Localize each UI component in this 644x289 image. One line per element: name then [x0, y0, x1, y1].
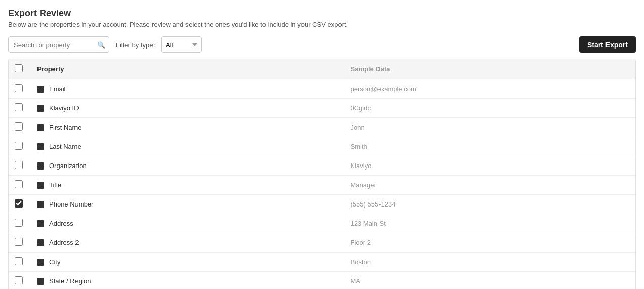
property-name: City	[49, 258, 60, 266]
filter-type-select[interactable]: All String Number Boolean Date	[161, 36, 202, 53]
row-checkbox[interactable]	[15, 199, 23, 208]
property-type-icon	[37, 162, 44, 170]
property-name: State / Region	[49, 277, 91, 285]
row-sample-cell: John	[345, 118, 636, 137]
row-sample-cell: Klaviyo	[345, 156, 636, 176]
row-checkbox-cell	[9, 233, 31, 253]
row-sample-cell: Boston	[345, 253, 636, 272]
page-container: Export Review Below are the properties i…	[0, 0, 644, 289]
property-name: Address	[49, 220, 73, 227]
row-property-cell: Title	[31, 176, 345, 195]
row-checkbox-cell	[9, 137, 31, 156]
table-row: Klaviyo ID0Cgidc	[9, 99, 635, 118]
row-property-cell: Address 2	[31, 233, 345, 253]
property-type-icon	[37, 278, 44, 285]
row-sample-cell: 123 Main St	[345, 214, 636, 233]
property-type-icon	[37, 86, 44, 93]
row-property-cell: State / Region	[31, 272, 345, 290]
row-checkbox[interactable]	[15, 238, 23, 246]
property-type-icon	[37, 105, 44, 112]
row-sample-cell: 0Cgidc	[345, 99, 636, 118]
row-checkbox[interactable]	[15, 219, 23, 227]
property-name: Address 2	[49, 239, 79, 246]
row-property-cell: City	[31, 253, 345, 272]
property-type-icon	[37, 201, 44, 208]
table-row: First NameJohn	[9, 118, 635, 137]
row-property-cell: Organization	[31, 156, 345, 176]
row-checkbox[interactable]	[15, 257, 23, 265]
search-wrapper: 🔍	[8, 36, 109, 53]
page-subtitle: Below are the properties in your account…	[8, 21, 636, 28]
row-checkbox[interactable]	[15, 142, 23, 150]
header-checkbox-cell	[9, 59, 31, 79]
header-property: Property	[31, 59, 345, 79]
property-type-icon	[37, 259, 44, 266]
search-input[interactable]	[8, 36, 109, 53]
toolbar: 🔍 Filter by type: All String Number Bool…	[8, 36, 636, 53]
table-row: TitleManager	[9, 176, 635, 195]
property-name: Organization	[49, 162, 87, 170]
table-header-row: Property Sample Data	[9, 59, 635, 79]
row-sample-cell: Manager	[345, 176, 636, 195]
row-sample-cell: Floor 2	[345, 233, 636, 253]
property-name: Klaviyo ID	[49, 104, 79, 112]
row-checkbox-cell	[9, 156, 31, 176]
row-checkbox-cell	[9, 176, 31, 195]
row-property-cell: Last Name	[31, 137, 345, 156]
table-row: Phone Number(555) 555-1234	[9, 195, 635, 214]
table-body: Emailperson@example.comKlaviyo ID0CgidcF…	[9, 79, 635, 290]
property-type-icon	[37, 239, 44, 246]
property-type-icon	[37, 182, 44, 189]
row-property-cell: First Name	[31, 118, 345, 137]
property-name: Title	[49, 181, 61, 189]
row-checkbox-cell	[9, 195, 31, 214]
page-title: Export Review	[8, 8, 636, 19]
property-name: Phone Number	[49, 200, 93, 208]
row-checkbox-cell	[9, 99, 31, 118]
select-all-checkbox[interactable]	[15, 64, 23, 72]
row-property-cell: Address	[31, 214, 345, 233]
property-name: First Name	[49, 123, 82, 131]
row-checkbox-cell	[9, 272, 31, 290]
row-checkbox[interactable]	[15, 180, 23, 188]
row-checkbox-cell	[9, 118, 31, 137]
property-type-icon	[37, 124, 44, 131]
row-checkbox[interactable]	[15, 276, 23, 284]
row-checkbox[interactable]	[15, 84, 23, 92]
row-checkbox-cell	[9, 253, 31, 272]
header-sample: Sample Data	[345, 59, 636, 79]
table-row: State / RegionMA	[9, 272, 635, 290]
row-property-cell: Klaviyo ID	[31, 99, 345, 118]
filter-label: Filter by type:	[116, 41, 155, 49]
row-checkbox-cell	[9, 214, 31, 233]
property-type-icon	[37, 220, 44, 227]
row-property-cell: Email	[31, 79, 345, 99]
table-container: Property Sample Data Emailperson@example…	[8, 59, 636, 289]
start-export-button[interactable]: Start Export	[579, 36, 636, 53]
row-checkbox[interactable]	[15, 122, 23, 131]
table-row: Address123 Main St	[9, 214, 635, 233]
properties-table: Property Sample Data Emailperson@example…	[9, 59, 635, 289]
row-sample-cell: MA	[345, 272, 636, 290]
table-row: Address 2Floor 2	[9, 233, 635, 253]
row-property-cell: Phone Number	[31, 195, 345, 214]
table-row: Emailperson@example.com	[9, 79, 635, 99]
row-checkbox[interactable]	[15, 161, 23, 169]
property-type-icon	[37, 143, 44, 150]
table-row: OrganizationKlaviyo	[9, 156, 635, 176]
property-name: Email	[49, 85, 66, 93]
row-sample-cell: Smith	[345, 137, 636, 156]
row-checkbox[interactable]	[15, 103, 23, 111]
row-checkbox-cell	[9, 79, 31, 99]
row-sample-cell: (555) 555-1234	[345, 195, 636, 214]
property-name: Last Name	[49, 143, 81, 150]
table-row: Last NameSmith	[9, 137, 635, 156]
table-row: CityBoston	[9, 253, 635, 272]
row-sample-cell: person@example.com	[345, 79, 636, 99]
